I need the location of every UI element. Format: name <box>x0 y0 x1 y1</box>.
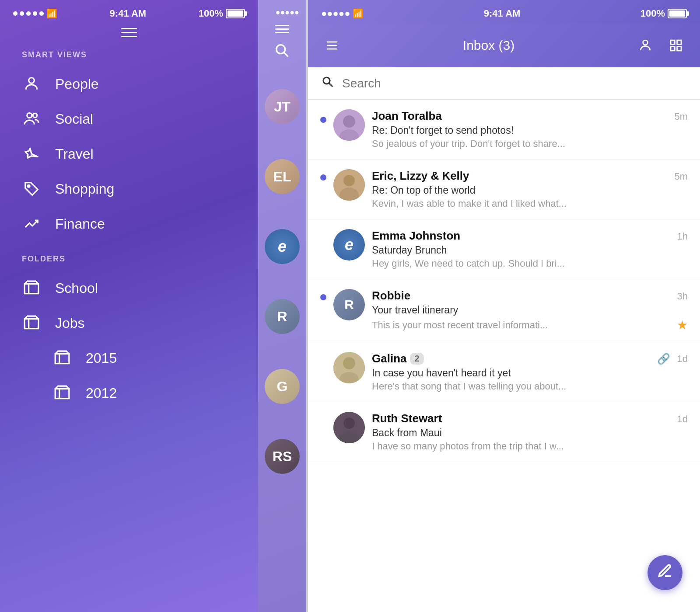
svg-point-0 <box>29 78 35 83</box>
email-content-emma: Emma Johnston 1h Saturday Brunch Hey gir… <box>372 229 688 269</box>
hamburger-right[interactable] <box>321 35 343 56</box>
time-joan: 5m <box>674 111 688 122</box>
email-content-joan: Joan Toralba 5m Re: Don't forget to send… <box>372 109 688 150</box>
email-content-robbie: Robbie 3h Your travel itinerary This is … <box>372 289 688 332</box>
avatar-ruth <box>333 412 365 443</box>
star-robbie: ★ <box>677 318 688 332</box>
subject-robbie: Your travel itinerary <box>372 304 688 316</box>
folder-jobs-icon <box>22 313 41 333</box>
time-ruth: 1d <box>677 414 688 425</box>
middle-status: ●●●●● <box>258 0 306 21</box>
nav-travel-label: Travel <box>55 146 94 162</box>
compose-icon <box>657 563 673 582</box>
email-item-robbie[interactable]: R Robbie 3h Your travel itinerary This i… <box>308 279 700 342</box>
nav-2015-label: 2015 <box>86 350 117 366</box>
middle-phone-panel: ●●●●● JT EL e R G RS <box>258 0 306 612</box>
svg-point-20 <box>343 175 355 186</box>
email-item-galina[interactable]: Galina 2 🔗 1d In case you haven't heard … <box>308 342 700 402</box>
email-list: Joan Toralba 5m Re: Don't forget to send… <box>308 100 700 612</box>
svg-point-4 <box>276 45 285 54</box>
nav-finance-label: Finance <box>55 216 105 232</box>
avatar-emma: e <box>333 229 365 261</box>
svg-rect-11 <box>677 40 681 44</box>
badge-galina: 2 <box>410 353 424 365</box>
attachment-galina: 🔗 <box>657 353 670 365</box>
email-content-ruth: Ruth Stewart 1d Back from Maui I have so… <box>372 412 688 452</box>
svg-rect-12 <box>671 47 675 51</box>
search-icon <box>321 75 334 91</box>
nav-2012[interactable]: 2012 <box>0 376 258 410</box>
nav-school-label: School <box>55 280 98 296</box>
inbox-header: Inbox (3) <box>308 24 700 67</box>
compose-fab[interactable] <box>648 555 682 590</box>
left-phone: 📶 9:41 AM 100% SMART VIEWS People Social <box>0 0 258 612</box>
email-content-eric: Eric, Lizzy & Kelly 5m Re: On top of the… <box>372 169 688 209</box>
email-content-galina: Galina 2 🔗 1d In case you haven't heard … <box>372 352 688 392</box>
folder-2012-icon <box>52 383 72 403</box>
wifi-icon-left: 📶 <box>46 8 57 19</box>
search-bar <box>308 67 700 100</box>
preview-galina: Here's that song that I was telling you … <box>372 381 688 392</box>
nav-social[interactable]: Social <box>0 101 258 136</box>
tag-icon <box>22 179 41 198</box>
avatar-joan <box>333 109 365 141</box>
time-left: 9:41 AM <box>110 8 147 19</box>
nav-people-label: People <box>55 76 99 92</box>
sender-galina: Galina <box>372 352 406 365</box>
nav-jobs[interactable]: Jobs <box>0 306 258 341</box>
svg-point-17 <box>343 115 355 128</box>
svg-point-2 <box>33 113 37 118</box>
time-galina: 1d <box>677 353 688 365</box>
search-input[interactable] <box>342 76 687 90</box>
folder-2015-icon <box>52 348 72 368</box>
subject-eric: Re: On top of the world <box>372 184 688 196</box>
svg-point-1 <box>27 113 32 118</box>
subject-galina: In case you haven't heard it yet <box>372 367 688 379</box>
nav-2012-label: 2012 <box>86 385 117 401</box>
sender-eric: Eric, Lizzy & Kelly <box>372 169 469 183</box>
sender-emma: Emma Johnston <box>372 229 460 243</box>
search-icon-middle <box>258 37 306 63</box>
email-item-ruth[interactable]: Ruth Stewart 1d Back from Maui I have so… <box>308 402 700 462</box>
preview-emma: Hey girls, We need to catch up. Should I… <box>372 258 688 269</box>
nav-shopping-label: Shopping <box>55 181 114 197</box>
hamburger-left[interactable] <box>121 28 137 37</box>
grid-icon[interactable] <box>665 35 687 56</box>
avatar-galina <box>333 352 365 383</box>
time-robbie: 3h <box>677 291 688 302</box>
avatar-robbie: R <box>333 289 365 320</box>
trending-icon <box>22 214 41 233</box>
nav-social-label: Social <box>55 111 93 127</box>
preview-eric: Kevin, I was able to make it and I liked… <box>372 198 688 209</box>
avatar-eric <box>333 169 365 201</box>
svg-point-3 <box>28 185 30 187</box>
right-phone: ●●●●● 📶 9:41 AM 100% Inbox (3) <box>308 0 700 612</box>
email-item-eric[interactable]: Eric, Lizzy & Kelly 5m Re: On top of the… <box>308 160 700 219</box>
nav-2015[interactable]: 2015 <box>0 341 258 376</box>
profile-icon[interactable] <box>634 35 656 56</box>
svg-line-5 <box>284 52 288 56</box>
time-emma: 1h <box>677 231 688 242</box>
svg-rect-10 <box>671 40 675 44</box>
sender-joan: Joan Toralba <box>372 109 442 123</box>
sender-robbie: Robbie <box>372 289 410 303</box>
inbox-title: Inbox (3) <box>352 38 626 53</box>
svg-point-14 <box>323 77 330 84</box>
nav-people[interactable]: People <box>0 66 258 101</box>
svg-point-23 <box>343 357 355 369</box>
nav-travel[interactable]: Travel <box>0 136 258 171</box>
svg-point-9 <box>643 40 648 45</box>
sender-ruth: Ruth Stewart <box>372 412 442 425</box>
nav-shopping[interactable]: Shopping <box>0 171 258 206</box>
nav-school[interactable]: School <box>0 271 258 306</box>
time-eric: 5m <box>674 171 688 182</box>
nav-finance[interactable]: Finance <box>0 206 258 241</box>
preview-robbie: This is your most recent travel informat… <box>372 320 677 331</box>
svg-rect-13 <box>677 47 681 51</box>
email-item-emma[interactable]: e Emma Johnston 1h Saturday Brunch Hey g… <box>308 219 700 279</box>
subject-joan: Re: Don't forget to send photos! <box>372 125 688 136</box>
people-icon <box>22 109 41 129</box>
svg-line-15 <box>329 83 332 87</box>
email-item-joan[interactable]: Joan Toralba 5m Re: Don't forget to send… <box>308 100 700 160</box>
battery-left: 100% <box>199 8 245 19</box>
